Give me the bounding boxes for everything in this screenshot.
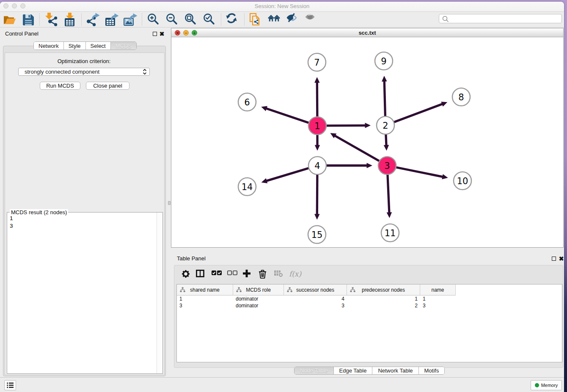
criterion-dropdown[interactable]: strongly connected component [18, 68, 150, 76]
create-column-icon [243, 270, 253, 279]
mcds-result-title: MCDS result (2 nodes) [10, 209, 68, 215]
zoom-fit-button[interactable] [182, 12, 200, 27]
table-row[interactable]: 1dominator411 [177, 295, 562, 302]
zoom-out-button[interactable] [163, 12, 182, 27]
shared-column-icon [236, 287, 242, 293]
automation-panel-button[interactable] [4, 380, 16, 390]
tab-node-table[interactable]: Node Table [295, 367, 333, 374]
edge-arrow-3-10 [442, 174, 448, 179]
result-line: 3 [10, 222, 13, 230]
zoom-out-icon [165, 13, 179, 26]
deselect-all-rows-button[interactable] [225, 268, 240, 280]
shared-column-icon [180, 287, 185, 293]
delete-columns-button[interactable] [256, 268, 272, 280]
toggle-panel-mode-icon [196, 270, 206, 279]
tab-mcds[interactable]: MCDS [110, 42, 136, 50]
column-header-name[interactable]: name [420, 284, 456, 295]
table-row[interactable]: 3dominator323 [177, 302, 562, 309]
edge-arrow-4-3 [367, 163, 373, 168]
edge-arrow-2-8 [441, 102, 447, 107]
table-panel-close-icon[interactable]: ✖ [559, 256, 564, 261]
import-table-icon [63, 13, 77, 26]
apply-layout-button[interactable] [223, 12, 242, 27]
hide-graphics-details-button[interactable] [284, 12, 303, 27]
table-cell: 1 [347, 295, 420, 302]
export-network-button[interactable] [84, 12, 102, 27]
table-settings-button[interactable] [178, 268, 193, 280]
open-file-icon [3, 13, 16, 26]
tab-style[interactable]: Style [63, 42, 85, 50]
table-panel-float-icon[interactable] [552, 257, 556, 261]
window-title: Session: New Session [0, 3, 564, 9]
table-cell: 3 [284, 302, 347, 309]
table-cell: 3 [177, 302, 233, 309]
deselect-all-rows-icon [227, 270, 238, 279]
mcds-result-values: 13 [10, 215, 13, 229]
result-scrollbar[interactable] [157, 213, 162, 373]
result-line: 1 [10, 215, 13, 222]
memory-label: Memory [541, 383, 558, 388]
memory-status-dot [535, 383, 539, 387]
edge-arrow-1-7 [314, 77, 319, 83]
column-header-label: successor nodes [296, 287, 334, 293]
graph-node-label-1: 1 [314, 121, 320, 131]
select-all-rows-button[interactable] [209, 268, 225, 280]
edge-arrow-2-9 [382, 76, 387, 82]
control-panel-float-icon[interactable] [153, 32, 157, 36]
search-icon [442, 16, 449, 22]
column-header-label: name [431, 287, 444, 293]
desktop: Session: New Session Control Panel ✖ Net… [0, 0, 567, 392]
list-icon [7, 382, 14, 388]
criterion-selected-value: strongly connected component [25, 69, 143, 75]
zoom-in-button[interactable] [144, 12, 163, 27]
graph-node-label-11: 11 [385, 228, 396, 238]
copy-style-icon [249, 13, 263, 26]
graph-node-label-3: 3 [384, 161, 390, 171]
close-panel-button[interactable]: Close panel [86, 82, 129, 90]
app-window: Session: New Session Control Panel ✖ Net… [0, 2, 564, 392]
tab-edge-table[interactable]: Edge Table [333, 367, 372, 374]
select-all-rows-icon [212, 270, 222, 279]
open-file-button[interactable] [0, 12, 19, 27]
hide-graphics-details-icon [286, 13, 300, 26]
create-column-button[interactable] [240, 268, 256, 280]
column-header-MCDS-role[interactable]: MCDS role [233, 284, 284, 295]
memory-button[interactable]: Memory [531, 380, 562, 390]
table-cell: 4 [284, 295, 347, 302]
export-table-button[interactable] [102, 12, 121, 27]
graph-node-label-6: 6 [244, 97, 250, 108]
control-panel: Control Panel ✖ NetworkStyleSelectMCDS O… [0, 28, 168, 377]
toolbar-separator [221, 14, 221, 25]
function-icon: f(x) [289, 270, 301, 278]
column-header-predecessor-nodes[interactable]: predecessor nodes [347, 284, 420, 295]
export-image-button[interactable] [121, 12, 140, 27]
mcds-result-box: MCDS result (2 nodes) 13 [7, 212, 163, 374]
copy-style-button[interactable] [247, 12, 265, 27]
tab-network[interactable]: Network [34, 42, 63, 50]
vertical-splitter-handle[interactable] [168, 201, 171, 205]
import-network-button[interactable] [42, 12, 61, 27]
export-network-icon [86, 13, 100, 26]
column-header-shared-name[interactable]: shared name [177, 284, 233, 295]
tab-select[interactable]: Select [85, 42, 110, 50]
show-graphics-details-button[interactable] [303, 12, 321, 27]
home-button[interactable] [265, 12, 284, 27]
run-mcds-button[interactable]: Run MCDS [40, 82, 80, 90]
tab-network-table[interactable]: Network Table [372, 367, 418, 374]
network-graph-canvas[interactable]: 1234678910111415 [171, 37, 563, 247]
edge-arrow-1-6 [261, 106, 267, 111]
table-cell: 2 [347, 302, 420, 309]
zoom-selected-button[interactable] [200, 12, 219, 27]
table-cell: 3 [420, 302, 456, 309]
save-session-button[interactable] [19, 12, 37, 27]
tab-motifs[interactable]: Motifs [418, 367, 445, 374]
toggle-panel-mode-button[interactable] [193, 268, 209, 280]
control-panel-close-icon[interactable]: ✖ [159, 31, 165, 36]
import-table-button[interactable] [61, 12, 79, 27]
toolbar-separator [39, 14, 40, 25]
column-header-label: predecessor nodes [362, 287, 405, 293]
edge-arrow-1-2 [365, 123, 371, 128]
search-input[interactable] [451, 15, 561, 22]
column-header-successor-nodes[interactable]: successor nodes [284, 284, 347, 295]
node-table-header: shared nameMCDS rolesuccessor nodesprede… [177, 284, 562, 295]
